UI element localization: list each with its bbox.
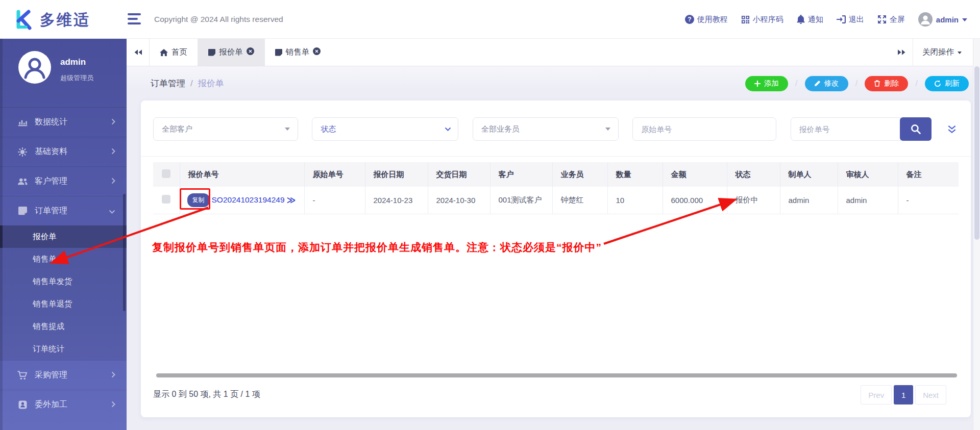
close-tab-icon[interactable] [313, 47, 321, 57]
refresh-button[interactable]: 刷新 [925, 76, 969, 91]
tabs-scroll-left-button[interactable] [127, 39, 149, 66]
sidebar-scrollbar[interactable] [123, 194, 126, 311]
expand-row-icon[interactable]: ≫ [287, 195, 295, 206]
breadcrumb-current: 报价单 [198, 78, 224, 89]
tabs-scroll-right-button[interactable] [890, 39, 913, 66]
bar-chart-icon [17, 118, 28, 127]
customer-filter-select[interactable]: 全部客户 [153, 117, 298, 141]
window-scrollbar [973, 39, 980, 430]
sidebar-item-quote-order[interactable]: 报价单 [0, 225, 127, 248]
sidebar-item-outsourcing[interactable]: 委外加工 [0, 390, 127, 419]
tab-sales-order[interactable]: 销售单 [264, 39, 331, 66]
svg-text:?: ? [688, 16, 691, 23]
window-scrollbar-thumb[interactable] [974, 66, 979, 240]
plus-icon [754, 81, 761, 87]
row-checkbox[interactable] [162, 195, 170, 204]
chevron-right-icon [111, 371, 115, 380]
sidebar-menu: 数据统计 基础资料 客户管理 [0, 107, 127, 419]
close-operations-dropdown[interactable]: 关闭操作 [913, 39, 973, 66]
col-quote-no: 报价单号 [180, 162, 304, 187]
select-all-checkbox[interactable] [162, 169, 170, 178]
sidebar-toggle-button[interactable] [128, 13, 141, 24]
edit-button[interactable]: 修改 [805, 76, 848, 91]
cell-customer: 001测试客户 [490, 187, 552, 214]
quote-no-link[interactable]: SO20241023194249 [212, 195, 285, 205]
add-button[interactable]: 添加 [745, 76, 788, 91]
sidebar-item-sales-commission[interactable]: 销售提成 [0, 315, 127, 338]
fullscreen-link[interactable]: 全屏 [877, 15, 905, 24]
page-head: 订单管理 / 报价单 添加 / 修改 / [127, 66, 973, 100]
next-page-button[interactable]: Next [915, 385, 946, 404]
cell-auditor: admin [838, 187, 898, 214]
user-menu[interactable]: admin [918, 12, 967, 27]
original-no-input[interactable] [632, 117, 776, 141]
qrcode-icon [741, 15, 750, 24]
main-area: 首页 报价单 销售单 [127, 39, 973, 430]
pagination: Prev 1 Next [861, 385, 946, 404]
page-1-button[interactable]: 1 [894, 385, 913, 404]
user-avatar [918, 12, 933, 27]
chevron-right-icon [111, 147, 115, 157]
horizontal-scrollbar[interactable] [156, 373, 957, 377]
quote-table: 报价单号 原始单号 报价日期 交货日期 客户 业务员 数量 金额 状态 制单人 … [153, 162, 959, 214]
document-icon [208, 49, 215, 56]
prev-page-button[interactable]: Prev [861, 385, 892, 404]
sidebar-user-name: admin [60, 57, 86, 67]
sidebar-item-customer-mgmt[interactable]: 客户管理 [0, 166, 127, 196]
col-amount: 金额 [663, 162, 727, 187]
col-salesman: 业务员 [552, 162, 607, 187]
search-button[interactable] [900, 117, 932, 141]
app-logo: 多维适 [13, 9, 90, 31]
order-submenu: 报价单 销售单 销售单发货 销售单退货 销售提成 订单统计 [0, 225, 127, 360]
search-icon [911, 124, 921, 134]
col-quote-date: 报价日期 [365, 162, 428, 187]
cell-salesman: 钟楚红 [552, 187, 607, 214]
notifications-link[interactable]: 通知 [797, 15, 823, 24]
sidebar-item-sales-return[interactable]: 销售单退货 [0, 293, 127, 315]
expand-filters-button[interactable] [945, 125, 959, 134]
bell-icon [797, 15, 805, 24]
sidebar-item-order-mgmt[interactable]: 订单管理 [0, 196, 127, 225]
help-tutorial-link[interactable]: ? 使用教程 [685, 15, 728, 24]
delete-button[interactable]: 删除 [865, 76, 908, 91]
tab-home[interactable]: 首页 [149, 39, 198, 66]
sidebar-item-sales-order[interactable]: 销售单 [0, 248, 127, 270]
sidebar-item-base-data[interactable]: 基础资料 [0, 137, 127, 166]
chevron-right-icon [111, 118, 115, 127]
tab-quote-order[interactable]: 报价单 [198, 39, 264, 66]
sidebar-item-data-stats[interactable]: 数据统计 [0, 107, 127, 137]
chevron-down-icon [962, 18, 967, 21]
sidebar-item-order-stats[interactable]: 订单统计 [0, 338, 127, 360]
double-chevron-right-icon [897, 49, 906, 56]
quote-no-input[interactable] [791, 117, 901, 141]
col-customer: 客户 [490, 162, 552, 187]
quote-list-card: 全部客户 状态 全部业务员 [141, 100, 971, 417]
table-header-row: 报价单号 原始单号 报价日期 交货日期 客户 业务员 数量 金额 状态 制单人 … [153, 162, 959, 187]
tabbar-right-controls: 关闭操作 [890, 39, 973, 66]
breadcrumb: 订单管理 / 报价单 [151, 78, 224, 89]
dropdown-arrow-icon [285, 128, 290, 131]
logo-text: 多维适 [40, 10, 90, 31]
sidebar-item-purchase-mgmt[interactable]: 采购管理 [0, 360, 127, 390]
logout-link[interactable]: 退出 [837, 15, 864, 24]
filter-row: 全部客户 状态 全部业务员 [153, 117, 959, 141]
close-tab-icon[interactable] [247, 47, 254, 57]
cell-remark: - [898, 187, 959, 214]
sidebar-item-sales-delivery[interactable]: 销售单发货 [0, 270, 127, 293]
document-icon [275, 49, 282, 56]
copy-button[interactable]: 复制 [187, 193, 210, 207]
pagination-summary: 显示 0 到 50 项, 共 1 页 / 1 项 [153, 389, 260, 400]
sidebar: admin 超级管理员 数据统计 基础资料 [0, 39, 127, 430]
col-status: 状态 [727, 162, 780, 187]
chevron-right-icon [111, 177, 115, 186]
col-original-no: 原始单号 [304, 162, 365, 187]
filter-divider [141, 156, 971, 157]
status-filter-select[interactable]: 状态 [312, 117, 458, 141]
cell-quote-date: 2024-10-23 [365, 187, 428, 214]
salesman-filter-select[interactable]: 全部业务员 [473, 117, 619, 141]
cell-creator: admin [780, 187, 838, 214]
quote-no-search-group [791, 117, 932, 141]
mini-program-qr-link[interactable]: 小程序码 [741, 15, 783, 24]
gear-icon [17, 147, 28, 157]
col-delivery-date: 交货日期 [428, 162, 490, 187]
